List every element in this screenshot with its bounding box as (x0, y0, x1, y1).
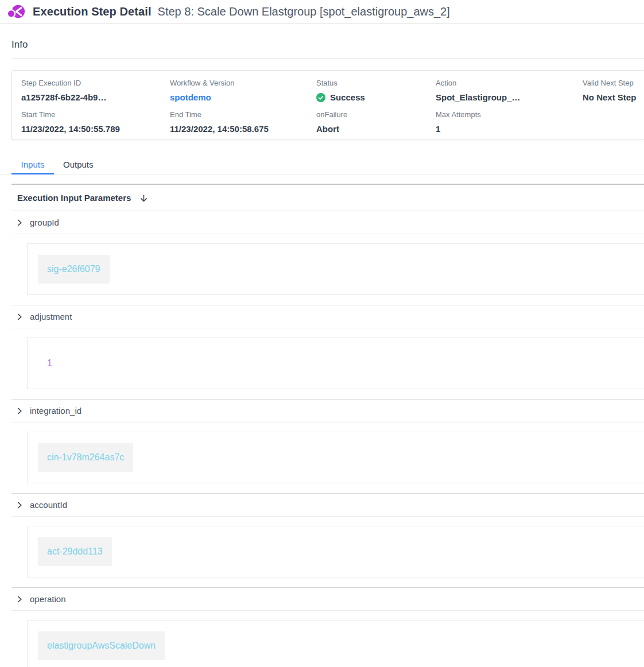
chevron-right-icon (15, 407, 24, 415)
field-label: Action (436, 79, 583, 87)
param-value-box: act-29ddd113 (27, 526, 644, 577)
field-workflow-version: Workflow & Version spotdemo (170, 79, 316, 102)
field-value: a125728f-6b22-4b9… (21, 92, 170, 102)
param-value-chip: cin-1v78m264as7c (38, 443, 133, 472)
param-name: integration_id (30, 406, 82, 416)
param-header-adjustment[interactable]: adjustment (11, 305, 644, 328)
chevron-right-icon (15, 501, 24, 509)
param-value-box: 1 (27, 338, 644, 389)
info-card: Step Execution ID a125728f-6b22-4b9… Wor… (11, 70, 644, 140)
field-label: Valid Next Step (583, 79, 644, 87)
param-section-groupid: groupId sig-e26f6079 (11, 211, 644, 305)
param-value-number: 1 (38, 349, 61, 378)
param-body: cin-1v78m264as7c (11, 422, 644, 493)
chevron-right-icon (15, 595, 24, 603)
field-max-attempts: Max Attempts 1 (436, 110, 583, 134)
field-label: Step Execution ID (21, 79, 170, 87)
param-section-integration-id: integration_id cin-1v78m264as7c (11, 400, 644, 494)
tab-bar: Inputs Outputs (0, 154, 644, 174)
field-status: Status Success (316, 79, 436, 102)
workflow-link[interactable]: spotdemo (170, 92, 316, 102)
field-value: 11/23/2022, 14:50:58.675 (170, 124, 316, 134)
page-title: Execution Step Detail (33, 5, 152, 18)
params-panel-header: Execution Input Parameters (11, 185, 644, 211)
spot-logo-icon (6, 2, 25, 22)
check-circle-icon (316, 93, 325, 102)
field-label: Start Time (21, 110, 170, 119)
status-badge: Success (316, 92, 436, 102)
field-value: Spot_Elastigroup_… (436, 92, 583, 102)
field-value: No Next Step (583, 92, 644, 102)
param-body: 1 (11, 328, 644, 399)
param-value-box: sig-e26f6079 (27, 243, 644, 295)
info-section-title: Info (11, 38, 644, 59)
field-end-time: End Time 11/23/2022, 14:50:58.675 (170, 110, 316, 134)
param-body: act-29ddd113 (11, 517, 644, 587)
param-value-chip: elastigroupAwsScaleDown (38, 631, 165, 660)
field-label: Max Attempts (436, 110, 583, 119)
field-value: Abort (316, 124, 436, 134)
field-label: onFailure (316, 110, 436, 119)
chevron-right-icon (15, 219, 24, 227)
field-label: Workflow & Version (170, 79, 316, 87)
param-name: groupId (30, 218, 59, 227)
field-action: Action Spot_Elastigroup_… (436, 79, 583, 102)
param-header-integration-id[interactable]: integration_id (11, 400, 644, 422)
param-name: adjustment (30, 312, 72, 321)
param-section-accountid: accountId act-29ddd113 (11, 494, 644, 588)
download-arrow-icon[interactable] (139, 193, 149, 203)
field-onfailure: onFailure Abort (316, 110, 436, 134)
tab-inputs[interactable]: Inputs (11, 154, 54, 174)
params-panel-title: Execution Input Parameters (17, 193, 131, 203)
param-value-chip: act-29ddd113 (38, 537, 112, 566)
param-header-accountid[interactable]: accountId (11, 494, 644, 517)
chevron-right-icon (15, 313, 24, 321)
page-subtitle: Step 8: Scale Down Elastgroup [spot_elas… (158, 5, 450, 18)
param-header-groupid[interactable]: groupId (11, 211, 644, 234)
param-name: accountId (30, 500, 67, 510)
field-valid-next-step: Valid Next Step No Next Step (583, 79, 644, 102)
param-section-adjustment: adjustment 1 (11, 305, 644, 400)
param-body: sig-e26f6079 (11, 234, 644, 305)
param-name: operation (30, 594, 66, 604)
param-value-box: elastigroupAwsScaleDown (27, 620, 644, 667)
field-value: 1 (436, 124, 583, 134)
param-header-operation[interactable]: operation (11, 588, 644, 611)
field-label: Status (316, 79, 436, 87)
field-start-time: Start Time 11/23/2022, 14:50:55.789 (21, 110, 170, 134)
param-section-operation: operation elastigroupAwsScaleDown (11, 588, 644, 667)
field-value: 11/23/2022, 14:50:55.789 (21, 124, 170, 134)
param-value-chip: sig-e26f6079 (38, 255, 110, 284)
field-label: End Time (170, 110, 316, 119)
param-value-box: cin-1v78m264as7c (27, 432, 644, 483)
page-header: Execution Step Detail Step 8: Scale Down… (0, 0, 644, 24)
tab-outputs[interactable]: Outputs (54, 154, 103, 174)
status-text: Success (330, 92, 365, 102)
field-step-execution-id: Step Execution ID a125728f-6b22-4b9… (21, 79, 170, 102)
execution-input-parameters-panel: Execution Input Parameters groupId sig-e… (11, 184, 644, 667)
param-body: elastigroupAwsScaleDown (11, 611, 644, 667)
